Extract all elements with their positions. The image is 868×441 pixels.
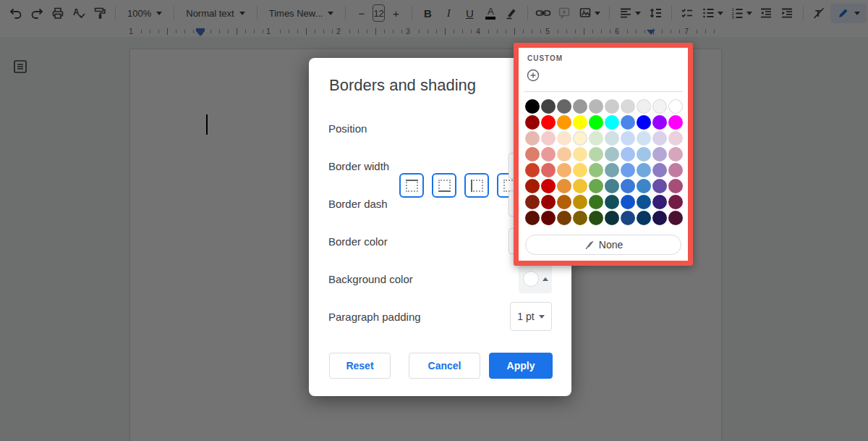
color-swatch-660000[interactable] [541,211,556,225]
color-swatch-f1c232[interactable] [573,179,587,193]
color-swatch-8e7cc3[interactable] [652,163,667,177]
top-border-icon [406,180,418,192]
color-swatch-cfe2f3[interactable] [637,131,651,146]
background-color-dropdown[interactable] [519,264,552,293]
color-swatch-9900ff[interactable] [652,115,667,130]
color-swatch-990000[interactable] [541,195,556,209]
color-swatch-d9ead3[interactable] [589,131,603,146]
color-swatch-783f04[interactable] [557,211,571,225]
color-swatch-b4a7d6[interactable] [652,147,667,161]
color-swatch-c9daf8[interactable] [621,131,635,146]
color-swatch-1155cc[interactable] [621,195,635,209]
cancel-button[interactable]: Cancel [409,353,480,379]
color-swatch-ea9999[interactable] [541,147,556,161]
color-swatch-d5a6bd[interactable] [668,147,683,161]
color-swatch-d9d9d9[interactable] [621,99,635,114]
color-swatch-b45f06[interactable] [557,195,571,209]
color-grid [525,99,683,225]
color-swatch-a64d79[interactable] [668,179,683,193]
color-swatch-d0e0e3[interactable] [605,131,619,146]
color-swatch-85200c[interactable] [525,195,540,209]
color-swatch-351c75[interactable] [652,195,667,209]
color-swatch-cc4125[interactable] [525,163,540,177]
color-swatch-a61c00[interactable] [525,179,540,193]
color-swatch-ffe599[interactable] [573,147,587,161]
color-swatch-674ea7[interactable] [652,179,667,193]
color-swatch-999999[interactable] [573,99,587,114]
color-swatch-134f5c[interactable] [605,195,619,209]
color-swatch-4c1130[interactable] [668,211,683,225]
color-swatch-c27ba0[interactable] [668,163,683,177]
add-custom-color-icon[interactable] [527,69,540,82]
color-swatch-bf9000[interactable] [573,195,587,209]
none-color-button[interactable]: None [525,235,681,255]
color-swatch-073763[interactable] [637,211,651,225]
color-swatch-b6d7a8[interactable] [589,147,603,161]
paragraph-padding-value: 1 pt [517,311,534,322]
color-swatch-4a86e8[interactable] [621,115,635,130]
color-swatch-f3f3f3[interactable] [652,99,667,114]
color-swatch-cccccc[interactable] [605,99,619,114]
color-swatch-6d9eeb[interactable] [621,163,635,177]
color-swatch-f4cccc[interactable] [541,131,556,146]
bottom-border-button[interactable] [432,173,456,198]
color-swatch-ffd966[interactable] [573,163,587,177]
color-swatch-20124d[interactable] [652,211,667,225]
color-swatch-0000ff[interactable] [637,115,651,130]
color-swatch-5b0f00[interactable] [525,211,540,225]
color-swatch-fff2cc[interactable] [573,131,587,146]
color-swatch-45818e[interactable] [605,179,619,193]
color-swatch-6aa84f[interactable] [589,179,603,193]
color-swatch-b7b7b7[interactable] [589,99,603,114]
border-width-label: Border width [328,160,389,172]
background-color-label: Background color [328,273,413,285]
color-swatch-ff00ff[interactable] [668,115,683,130]
color-swatch-38761d[interactable] [589,195,603,209]
color-swatch-f9cb9c[interactable] [557,147,571,161]
reset-button[interactable]: Reset [329,353,391,379]
picker-divider [524,91,682,92]
color-swatch-6fa8dc[interactable] [637,163,651,177]
apply-button[interactable]: Apply [489,353,553,379]
left-border-button[interactable] [464,173,489,198]
left-border-icon [471,180,483,192]
color-swatch-fce5cd[interactable] [557,131,571,146]
color-swatch-e6b8af[interactable] [525,131,540,146]
text-cursor [206,114,208,135]
color-swatch-980000[interactable] [525,115,540,130]
color-swatch-ff0000[interactable] [541,115,556,130]
color-swatch-9fc5e8[interactable] [637,147,651,161]
color-swatch-0c343d[interactable] [605,211,619,225]
color-swatch-a4c2f4[interactable] [621,147,635,161]
color-swatch-0b5394[interactable] [637,195,651,209]
color-swatch-93c47d[interactable] [589,163,603,177]
color-swatch-3c78d8[interactable] [621,179,635,193]
color-swatch-ead1dc[interactable] [668,131,683,146]
color-swatch-ffff00[interactable] [573,115,587,130]
color-swatch-434343[interactable] [541,99,556,114]
color-swatch-efefef[interactable] [637,99,651,114]
color-swatch-ffffff[interactable] [668,99,683,114]
color-swatch-1c4587[interactable] [621,211,635,225]
color-swatch-741b47[interactable] [668,195,683,209]
color-swatch-a2c4c9[interactable] [605,147,619,161]
color-swatch-cc0000[interactable] [541,179,556,193]
current-background-color-swatch [523,271,539,287]
color-swatch-000000[interactable] [525,99,540,114]
color-swatch-76a5af[interactable] [605,163,619,177]
color-swatch-7f6000[interactable] [573,211,587,225]
color-swatch-e69138[interactable] [557,179,571,193]
color-swatch-00ff00[interactable] [589,115,603,130]
color-swatch-ff9900[interactable] [557,115,571,130]
color-swatch-e06666[interactable] [541,163,556,177]
color-swatch-d9d2e9[interactable] [652,131,667,146]
color-swatch-666666[interactable] [557,99,571,114]
paragraph-padding-dropdown[interactable]: 1 pt [510,302,552,331]
color-swatch-274e13[interactable] [589,211,603,225]
color-swatch-dd7e6b[interactable] [525,147,540,161]
chevron-down-icon [539,315,545,319]
color-swatch-f6b26b[interactable] [557,163,571,177]
top-border-button[interactable] [399,173,424,198]
color-swatch-3d85c6[interactable] [637,179,651,193]
color-swatch-00ffff[interactable] [605,115,619,130]
